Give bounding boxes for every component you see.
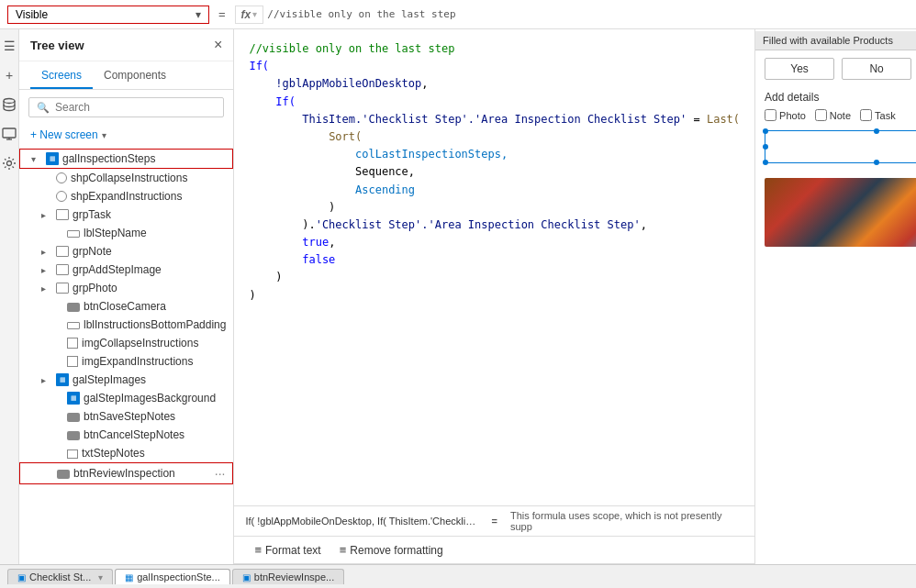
preview-btn-yes[interactable]: Yes xyxy=(765,58,834,80)
preview-btn-no[interactable]: No xyxy=(842,58,911,80)
shape-icon-2 xyxy=(56,191,67,202)
item-label-btnSaveStepNotes: btnSaveStepNotes xyxy=(84,410,226,423)
code-editor[interactable]: //visible only on the last step If( !gbl… xyxy=(234,29,754,506)
expand-arrow-grpTask: ▸ xyxy=(41,210,52,220)
tab-components[interactable]: Components xyxy=(93,65,177,89)
new-screen-button[interactable]: + New screen ▾ xyxy=(19,125,233,145)
item-label-grpAddStepImage: grpAddStepImage xyxy=(73,263,226,276)
btn-icon-btnReviewInspection xyxy=(57,470,70,479)
warning-message: This formula uses scope, which is not pr… xyxy=(510,510,743,532)
item-label-btnReviewInspection: btnReviewInspection xyxy=(73,467,211,480)
bottom-tab-checklist-chevron: ▾ xyxy=(98,572,103,582)
code-line-7: Sequence, xyxy=(249,163,740,181)
tree-item-btnCancelStepNotes[interactable]: ▸ btnCancelStepNotes xyxy=(19,426,233,444)
property-dropdown[interactable]: Visible ▾ xyxy=(7,6,209,24)
expand-arrow: ▾ xyxy=(31,154,42,164)
bottom-tabs: ▣ Checklist St... ▾ ▦ galInspectionSte..… xyxy=(0,564,916,588)
top-bar: Visible ▾ = fx ▾ //visible only on the l… xyxy=(0,0,916,29)
code-line-6: colLastInspectionSteps, xyxy=(249,146,740,163)
svg-rect-1 xyxy=(3,128,16,138)
tree-title: Tree view xyxy=(30,39,84,52)
handle-ml xyxy=(763,144,768,150)
tree-item-grpPhoto[interactable]: ▸ grpPhoto xyxy=(19,279,233,297)
checkbox-note-label: Note xyxy=(830,110,851,121)
tree-search-box[interactable]: 🔍 xyxy=(28,97,224,117)
search-input[interactable] xyxy=(55,101,216,114)
sidebar-icon-insert[interactable]: + xyxy=(0,66,18,84)
tree-item-lblStepName[interactable]: ▸ lblStepName xyxy=(19,224,233,242)
tree-item-grpNote[interactable]: ▸ grpNote xyxy=(19,242,233,261)
format-text-label: Format text xyxy=(265,544,321,557)
item-label-galStepImagesBackground: galStepImagesBackground xyxy=(84,392,226,405)
handle-bl xyxy=(763,160,768,165)
item-label-galStepImages: galStepImages xyxy=(73,373,226,386)
bottom-tab-checklist[interactable]: ▣ Checklist St... ▾ xyxy=(7,569,113,584)
code-line-1: If( xyxy=(249,58,740,75)
bottom-tab-btnReview[interactable]: ▣ btnReviewInspe... xyxy=(232,569,344,584)
tree-item-imgExpandInstructions[interactable]: ▸ imgExpandInstructions xyxy=(19,352,233,371)
formula-bar: If( !gblAppMobileOnDesktop, If( ThisItem… xyxy=(234,506,754,537)
code-line-4: ThisItem.'Checklist Step'.'Area Inspecti… xyxy=(249,111,740,128)
tab-screens[interactable]: Screens xyxy=(30,65,93,89)
checkbox-note-input[interactable] xyxy=(815,109,827,121)
tree-item-lblInstructionsBottomPadding[interactable]: ▸ lblInstructionsBottomPadding xyxy=(19,316,233,334)
bottom-tab-galInspection[interactable]: ▦ galInspectionSte... xyxy=(115,569,230,584)
handle-tm xyxy=(874,128,879,134)
shape-icon xyxy=(56,172,67,183)
format-text-button[interactable]: ≡ Format text xyxy=(245,540,330,560)
bottom-tab-galInspection-label: galInspectionSte... xyxy=(137,571,220,582)
preview-add-details: Add details xyxy=(755,87,916,107)
preview-text-box[interactable] xyxy=(765,130,916,163)
formula-bar-toggle[interactable]: fx ▾ xyxy=(235,6,264,24)
code-line-10: ).'Checklist Step'.'Area Inspection Chec… xyxy=(249,216,740,234)
item-label-grpTask: grpTask xyxy=(73,208,226,221)
handle-bm xyxy=(874,160,879,165)
sidebar-icon-data[interactable] xyxy=(0,95,18,114)
tree-item-galInspectionSteps[interactable]: ▾ ▦ galInspectionSteps xyxy=(19,149,233,169)
checkbox-photo-input[interactable] xyxy=(765,109,776,121)
tree-item-btnCloseCamera[interactable]: ▸ btnCloseCamera xyxy=(19,297,233,316)
code-line-3: If( xyxy=(249,94,740,111)
tree-item-imgCollapseInstructions[interactable]: ▸ imgCollapseInstructions xyxy=(19,334,233,352)
handle-tl xyxy=(763,128,768,134)
item-label-shpCollapseInstructions: shpCollapseInstructions xyxy=(71,172,226,184)
tree-item-grpAddStepImage[interactable]: ▸ grpAddStepImage xyxy=(19,261,233,279)
formula-preview: If( !gblAppMobileOnDesktop, If( ThisItem… xyxy=(245,516,478,527)
bottom-tab-btnReview-label: btnReviewInspe... xyxy=(254,571,334,582)
sidebar-icon-tree[interactable]: ☰ xyxy=(0,37,18,55)
tree-item-galStepImages[interactable]: ▸ ▦ galStepImages xyxy=(19,371,233,389)
label-icon-2 xyxy=(67,322,80,329)
tree-item-galStepImagesBackground[interactable]: ▸ ▦ galStepImagesBackground xyxy=(19,389,233,407)
code-area: //visible only on the last step If( !gbl… xyxy=(234,29,754,564)
tree-item-grpTask[interactable]: ▸ grpTask xyxy=(19,205,233,224)
bottom-tab-btnReview-icon: ▣ xyxy=(242,572,251,582)
preview-checkbox-note[interactable]: Note xyxy=(815,109,851,121)
tree-tabs: Screens Components xyxy=(19,61,233,90)
remove-formatting-button[interactable]: ≡ Remove formatting xyxy=(330,540,452,560)
sidebar-icon-screens[interactable] xyxy=(0,125,18,143)
preview-checkbox-photo[interactable]: Photo xyxy=(765,109,806,121)
tree-close-button[interactable]: × xyxy=(214,37,222,53)
tree-item-txtStepNotes[interactable]: ▸ txtStepNotes xyxy=(19,444,233,462)
preview-header: Filled with available Products xyxy=(755,31,916,50)
bottom-tab-galInspection-icon: ▦ xyxy=(125,572,133,582)
preview-checkbox-task[interactable]: Task xyxy=(860,109,896,121)
txt-icon-txtStepNotes xyxy=(67,449,78,459)
tree-item-btnReviewInspection[interactable]: ▸ btnReviewInspection ··· xyxy=(19,462,233,484)
tree-item-shpExpandInstructions[interactable]: ▸ shpExpandInstructions xyxy=(19,187,233,205)
checkbox-task-input[interactable] xyxy=(860,109,872,121)
code-line-8: Ascending xyxy=(249,182,740,199)
group-icon-grpNote xyxy=(56,246,69,257)
tree-item-shpCollapseInstructions[interactable]: ▸ shpCollapseInstructions xyxy=(19,169,233,187)
main-layout: ☰ + Tree view × Screens Components 🔍 + N… xyxy=(0,29,916,564)
equals-sign: = xyxy=(213,7,231,21)
preview-buttons: Yes No N/A xyxy=(755,50,916,87)
item-label-galInspectionSteps: galInspectionSteps xyxy=(62,152,225,165)
tree-item-btnSaveStepNotes[interactable]: ▸ btnSaveStepNotes xyxy=(19,407,233,426)
remove-formatting-label: Remove formatting xyxy=(350,544,442,557)
item-label-lblInstructionsBottomPadding: lblInstructionsBottomPadding xyxy=(84,318,226,331)
sidebar-icon-settings[interactable] xyxy=(0,154,18,172)
btn-icon-btnCloseCamera xyxy=(67,303,80,312)
checkbox-task-label: Task xyxy=(875,110,896,121)
tree-item-more-button[interactable]: ··· xyxy=(215,466,226,481)
